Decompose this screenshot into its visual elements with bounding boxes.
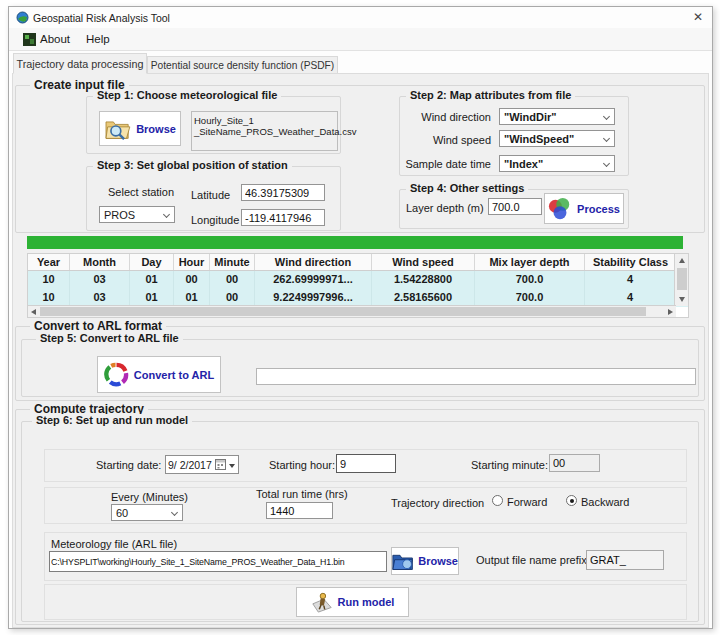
tab-psdf[interactable]: Potential source density function (PSDF) bbox=[147, 56, 338, 74]
col-year: Year bbox=[28, 254, 70, 270]
chevron-down-icon bbox=[603, 160, 610, 167]
step5-title: Step 5: Convert to ARL file bbox=[36, 332, 183, 344]
wind-speed-label: Wind speed bbox=[404, 134, 491, 146]
latitude-field[interactable] bbox=[241, 184, 325, 201]
folder-search-icon bbox=[104, 117, 131, 140]
run-model-icon bbox=[311, 591, 333, 613]
radio-forward[interactable] bbox=[492, 495, 503, 506]
table-header-row: Year Month Day Hour Minute Wind directio… bbox=[28, 254, 688, 271]
met-file-path-field[interactable] bbox=[49, 551, 387, 572]
layer-depth-label: Layer depth (m) bbox=[406, 202, 484, 214]
horizontal-scrollbar[interactable] bbox=[28, 305, 676, 317]
starting-minute-field[interactable] bbox=[549, 454, 600, 472]
rgb-circles-icon bbox=[548, 197, 572, 221]
col-wind-direction: Wind direction bbox=[255, 254, 372, 270]
select-station-label: Select station bbox=[108, 186, 174, 198]
total-run-time-field[interactable] bbox=[266, 502, 333, 519]
horizontal-scroll-thumb[interactable] bbox=[40, 307, 646, 316]
total-run-time-label: Total run time (hrs) bbox=[256, 488, 348, 500]
forward-label: Forward bbox=[507, 496, 547, 508]
trajectory-direction-label: Trajectory direction bbox=[391, 497, 484, 509]
chevron-down-icon bbox=[603, 113, 610, 120]
scroll-up-icon[interactable] bbox=[679, 258, 685, 263]
station-select[interactable]: PROS bbox=[99, 206, 175, 223]
scroll-down-icon[interactable] bbox=[679, 297, 685, 302]
menu-help[interactable]: Help bbox=[86, 33, 110, 45]
step2-title: Step 2: Map attributes from file bbox=[406, 89, 575, 101]
step4-title: Step 4: Other settings bbox=[406, 182, 528, 194]
step6-title: Step 6: Set up and run model bbox=[32, 414, 192, 426]
process-label: Process bbox=[577, 203, 620, 215]
starting-hour-field[interactable] bbox=[336, 454, 396, 473]
blue-folder-icon bbox=[392, 552, 413, 571]
convert-progress-bar bbox=[256, 368, 696, 385]
step1-title: Step 1: Choose meteorological file bbox=[93, 89, 281, 101]
starting-date-label: Starting date: bbox=[96, 459, 161, 471]
chevron-down-icon bbox=[163, 211, 170, 218]
starting-minute-label: Starting minute: bbox=[471, 459, 548, 471]
chevron-down-icon bbox=[229, 464, 235, 468]
station-value: PROS bbox=[104, 209, 135, 221]
starting-date-value: 9/ 2/2017 bbox=[168, 459, 212, 471]
layer-depth-field[interactable] bbox=[488, 198, 542, 215]
sample-date-time-label: Sample date time bbox=[404, 158, 491, 170]
vertical-scroll-thumb[interactable] bbox=[677, 268, 687, 290]
app-window: Geospatial Risk Analysis Tool ✕ About He… bbox=[8, 6, 713, 629]
radio-selected-dot bbox=[570, 499, 575, 504]
longitude-field[interactable] bbox=[241, 209, 325, 226]
process-button[interactable]: Process bbox=[544, 193, 624, 224]
col-month: Month bbox=[70, 254, 130, 270]
longitude-label: Longitude bbox=[191, 214, 239, 226]
vertical-scrollbar[interactable] bbox=[674, 254, 688, 306]
every-minutes-select[interactable]: 60 bbox=[111, 504, 183, 521]
met-browse-label: Browse bbox=[418, 555, 458, 567]
wind-speed-value: "WindSpeed" bbox=[504, 133, 574, 145]
convert-title: Convert to ARL format bbox=[30, 319, 166, 333]
convert-to-arl-button[interactable]: Convert to ARL bbox=[97, 356, 221, 393]
menu-about[interactable]: About bbox=[40, 33, 70, 45]
chevron-down-icon bbox=[171, 509, 178, 516]
wind-direction-value: "WindDir" bbox=[504, 111, 557, 123]
step1-selected-file: Hourly_Site_1 _SiteName_PROS_Weather_Dat… bbox=[191, 111, 338, 151]
col-minute: Minute bbox=[210, 254, 255, 270]
col-day: Day bbox=[130, 254, 174, 270]
met-browse-button[interactable]: Browse bbox=[391, 547, 459, 575]
title-bar: Geospatial Risk Analysis Tool ✕ bbox=[9, 7, 712, 28]
sample-date-time-value: "Index" bbox=[504, 158, 543, 170]
tab-trajectory-data-processing[interactable]: Trajectory data processing bbox=[13, 53, 147, 74]
starting-date-picker[interactable]: 9/ 2/2017 bbox=[165, 455, 239, 474]
step1-file-line2: _SiteName_PROS_Weather_Data.csv bbox=[194, 126, 335, 137]
convert-to-arl-label: Convert to ARL bbox=[134, 369, 214, 381]
step1-browse-button[interactable]: Browse bbox=[99, 111, 181, 146]
wind-direction-select[interactable]: "WindDir" bbox=[499, 108, 615, 125]
output-prefix-label: Output file name prefix bbox=[476, 554, 587, 566]
window-title: Geospatial Risk Analysis Tool bbox=[33, 12, 170, 24]
calendar-icon bbox=[215, 459, 226, 470]
col-stability-class: Stability Class bbox=[585, 254, 676, 270]
wind-speed-select[interactable]: "WindSpeed" bbox=[499, 130, 615, 147]
wind-direction-label: Wind direction bbox=[404, 111, 491, 123]
backward-label: Backward bbox=[581, 496, 629, 508]
starting-hour-label: Starting hour: bbox=[269, 459, 335, 471]
scroll-left-icon[interactable] bbox=[31, 309, 36, 315]
latitude-label: Latitude bbox=[191, 189, 230, 201]
step1-file-line1: Hourly_Site_1 bbox=[194, 115, 335, 126]
close-icon[interactable]: ✕ bbox=[693, 10, 703, 24]
every-minutes-value: 60 bbox=[116, 507, 128, 519]
col-mix-layer-depth: Mix layer depth bbox=[475, 254, 585, 270]
output-prefix-field[interactable] bbox=[586, 550, 664, 570]
run-model-button[interactable]: Run model bbox=[296, 587, 409, 617]
progress-bar bbox=[27, 236, 683, 249]
menu-app-icon bbox=[23, 33, 36, 46]
radio-backward[interactable] bbox=[566, 495, 577, 506]
every-minutes-label: Every (Minutes) bbox=[111, 491, 188, 503]
scroll-right-icon[interactable] bbox=[668, 309, 673, 315]
sample-date-time-select[interactable]: "Index" bbox=[499, 155, 615, 172]
weather-data-table[interactable]: Year Month Day Hour Minute Wind directio… bbox=[27, 253, 689, 318]
menu-bar: About Help bbox=[9, 28, 712, 51]
table-row[interactable]: 10 03 01 00 00 262.69999971... 1.5422880… bbox=[28, 271, 688, 289]
color-ring-icon bbox=[104, 362, 129, 387]
col-wind-speed: Wind speed bbox=[372, 254, 475, 270]
step1-browse-label: Browse bbox=[136, 123, 176, 135]
chevron-down-icon bbox=[603, 135, 610, 142]
